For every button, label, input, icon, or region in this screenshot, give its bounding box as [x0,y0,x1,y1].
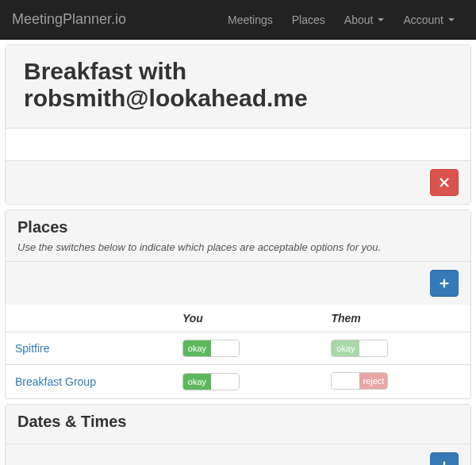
dates-actions [6,444,470,465]
nav-places[interactable]: Places [282,2,335,38]
meeting-panel: Breakfast with robsmith@lookahead.me [5,44,471,205]
places-panel: Places Use the switches below to indicat… [5,209,471,399]
dates-panel: Dates & Times You Them Thu Apr 21, at 10… [5,404,471,465]
places-table: You Them Spitfire okay okay [6,305,470,398]
add-date-button[interactable] [430,452,459,465]
nav-about-label: About [344,13,374,26]
navbar: MeetingPlanner.io Meetings Places About … [0,0,476,40]
nav-right: Meetings Places About Account [218,2,464,38]
col-you: You [173,305,322,332]
switch-blank [332,373,359,389]
switch-label: reject [359,373,387,389]
dates-title: Dates & Times [17,413,459,431]
nav-about[interactable]: About [335,2,394,38]
dates-heading: Dates & Times [6,405,470,444]
col-them: Them [321,305,470,332]
switch-label: okay [183,374,211,390]
page-title: Breakfast with robsmith@lookahead.me [17,53,459,120]
switch-blank [359,340,387,356]
add-place-button[interactable] [430,270,459,297]
place-link[interactable]: Spitfire [15,342,50,355]
meeting-footer [6,160,470,204]
brand-link[interactable]: MeetingPlanner.io [12,11,126,28]
places-heading: Places Use the switches below to indicat… [6,210,470,262]
table-row: Breakfast Group okay reject [6,365,470,399]
place-link[interactable]: Breakfast Group [15,375,96,388]
plus-icon [440,461,449,465]
switch-blank [211,340,239,356]
chevron-down-icon [378,18,384,21]
nav-account[interactable]: Account [393,2,464,38]
delete-meeting-button[interactable] [430,169,459,196]
you-switch[interactable]: okay [182,373,240,390]
nav-account-label: Account [403,13,443,26]
places-actions [6,262,470,305]
plus-icon [440,279,449,288]
table-row: Spitfire okay okay [6,332,470,365]
switch-label: okay [332,340,359,356]
them-switch: okay [331,340,388,357]
switch-label: okay [183,340,211,356]
meeting-body [6,129,470,160]
meeting-heading: Breakfast with robsmith@lookahead.me [6,45,470,129]
chevron-down-icon [448,18,455,21]
places-title: Places [17,218,459,236]
close-icon [440,178,449,187]
switch-blank [211,374,239,390]
nav-meetings[interactable]: Meetings [218,2,282,38]
you-switch[interactable]: okay [182,340,240,357]
them-switch: reject [331,372,388,390]
places-hint: Use the switches below to indicate which… [17,241,459,253]
